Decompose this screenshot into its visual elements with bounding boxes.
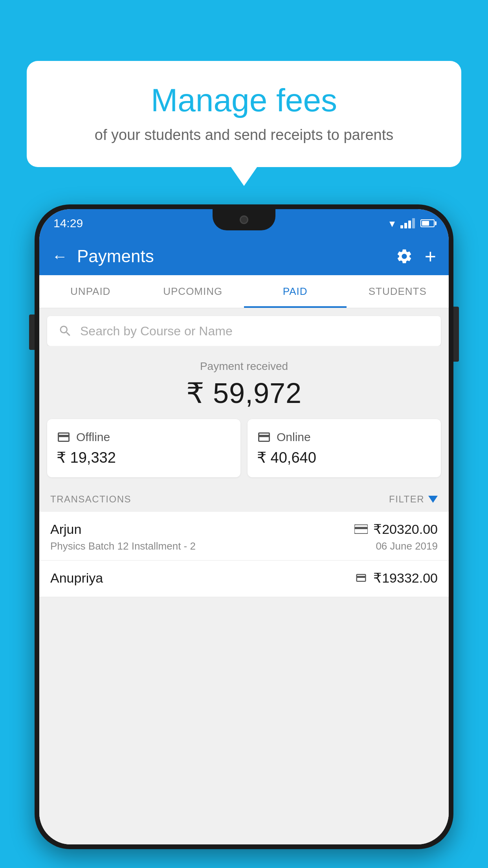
tab-unpaid[interactable]: UNPAID [39, 275, 142, 308]
transaction-name: Arjun [50, 522, 81, 537]
online-card: Online ₹ 40,640 [248, 419, 441, 477]
online-label: Online [277, 430, 311, 444]
phone-frame: 14:29 ▾ [35, 204, 453, 849]
status-time: 14:29 [53, 217, 83, 230]
battery-icon [420, 219, 435, 227]
transaction-right: ₹19332.00 [354, 570, 438, 586]
transaction-date: 06 June 2019 [376, 540, 438, 552]
payment-received-label: Payment received [49, 360, 439, 373]
tabs-bar: UNPAID UPCOMING PAID STUDENTS [39, 275, 449, 308]
phone-screen: 14:29 ▾ [39, 209, 449, 844]
online-card-header: Online [257, 430, 431, 444]
search-bar[interactable]: Search by Course or Name [47, 316, 441, 346]
wifi-icon: ▾ [389, 217, 395, 230]
payment-amount: ₹ 59,972 [49, 377, 439, 410]
tab-paid[interactable]: PAID [244, 275, 347, 308]
filter-label: FILTER [389, 494, 424, 505]
card-payment-icon [257, 430, 271, 444]
page-title: Payments [77, 246, 396, 266]
svg-rect-1 [354, 527, 368, 529]
bubble-subtitle: of your students and send receipts to pa… [54, 127, 434, 143]
transaction-amount: ₹19332.00 [373, 570, 438, 586]
transaction-top: Anupriya ₹19332.00 [50, 570, 438, 586]
tab-upcoming[interactable]: UPCOMING [142, 275, 244, 308]
offline-card-header: Offline [57, 430, 231, 444]
transactions-header: TRANSACTIONS FILTER [39, 487, 449, 512]
notch [213, 209, 275, 230]
search-icon [58, 324, 72, 338]
search-placeholder: Search by Course or Name [80, 324, 233, 338]
transactions-label: TRANSACTIONS [50, 494, 131, 505]
transaction-amount: ₹20320.00 [373, 521, 438, 537]
status-right: ▾ [389, 217, 435, 230]
back-button[interactable]: ← [52, 248, 68, 265]
app-bar: ← Payments + [39, 237, 449, 275]
table-row[interactable]: Anupriya ₹19332.00 [39, 561, 449, 597]
add-button[interactable]: + [425, 246, 436, 266]
transaction-bottom: Physics Batch 12 Installment - 2 06 June… [50, 540, 438, 552]
card-type-icon [354, 524, 368, 534]
signal-icon [400, 218, 415, 228]
cash-type-icon [354, 572, 368, 584]
payment-cards: Offline ₹ 19,332 Online ₹ 40,640 [39, 419, 449, 487]
transaction-top: Arjun ₹20320.00 [50, 521, 438, 537]
camera [240, 215, 248, 224]
offline-card: Offline ₹ 19,332 [47, 419, 240, 477]
phone-container: 14:29 ▾ [35, 204, 453, 868]
speech-bubble: Manage fees of your students and send re… [27, 61, 461, 167]
app-bar-icons: + [396, 246, 436, 266]
transaction-name: Anupriya [50, 570, 103, 586]
speech-bubble-container: Manage fees of your students and send re… [27, 61, 461, 167]
settings-icon[interactable] [396, 248, 413, 265]
bubble-title: Manage fees [54, 83, 434, 118]
offline-amount: ₹ 19,332 [57, 449, 231, 466]
content-area: Search by Course or Name Payment receive… [39, 308, 449, 844]
transaction-course: Physics Batch 12 Installment - 2 [50, 540, 196, 552]
tab-students[interactable]: STUDENTS [347, 275, 449, 308]
filter-icon [428, 496, 438, 503]
table-row[interactable]: Arjun ₹20320.00 Physics Batch 12 Install… [39, 512, 449, 561]
offline-label: Offline [76, 430, 110, 444]
cash-payment-icon [57, 430, 71, 444]
transaction-right: ₹20320.00 [354, 521, 438, 537]
online-amount: ₹ 40,640 [257, 449, 431, 466]
payment-summary: Payment received ₹ 59,972 [39, 346, 449, 419]
filter-button[interactable]: FILTER [389, 494, 438, 505]
